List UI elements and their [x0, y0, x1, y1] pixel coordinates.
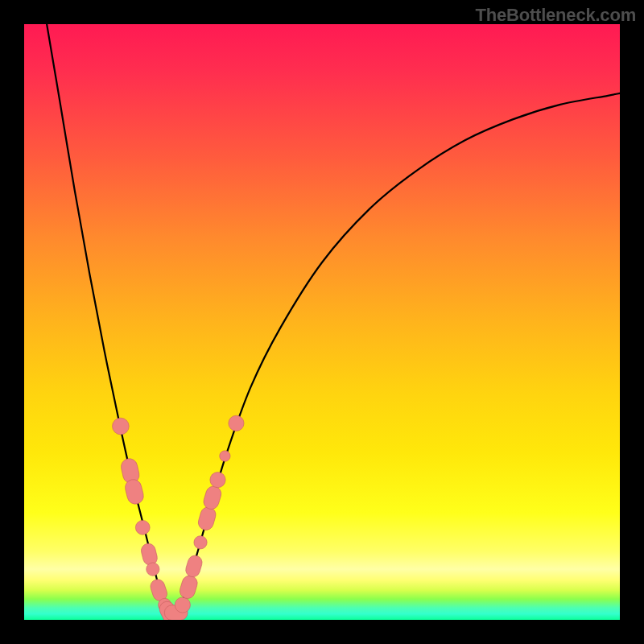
bead-lozenge — [178, 574, 199, 601]
bead-circle — [220, 451, 230, 461]
bead-circle — [210, 472, 225, 487]
bead-lozenge — [196, 506, 217, 532]
bead-lozenge — [184, 554, 204, 579]
bead-circle — [229, 415, 244, 431]
bead-lozenge — [140, 542, 159, 566]
bead-circle — [147, 563, 159, 576]
bead-markers — [24, 24, 620, 620]
bead-circle — [113, 418, 130, 435]
plot-area — [24, 24, 620, 620]
bead-circle — [194, 536, 207, 549]
chart-frame: TheBottleneck.com — [0, 0, 644, 644]
bead-circle — [175, 597, 190, 613]
watermark-text: TheBottleneck.com — [475, 5, 636, 26]
bead-circle — [135, 520, 150, 535]
bead-lozenge — [202, 485, 223, 511]
